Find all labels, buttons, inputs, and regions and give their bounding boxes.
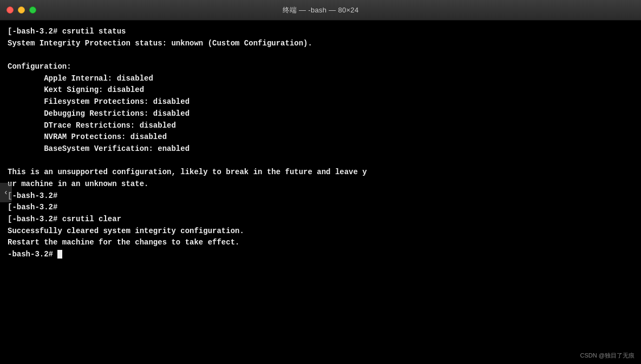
- minimize-button[interactable]: [18, 6, 25, 14]
- window-controls[interactable]: [6, 6, 36, 14]
- maximize-button[interactable]: [29, 6, 36, 14]
- terminal-output: [-bash-3.2# csrutil status System Integr…: [8, 26, 633, 261]
- close-button[interactable]: [6, 6, 14, 14]
- arrow-icon: ‹: [4, 188, 8, 197]
- title-bar: 终端 — -bash — 80×24: [0, 0, 641, 21]
- terminal-body[interactable]: ‹ [-bash-3.2# csrutil status System Inte…: [0, 21, 641, 364]
- window-title: 终端 — -bash — 80×24: [283, 5, 359, 15]
- sidebar-arrow[interactable]: ‹: [0, 183, 12, 202]
- watermark: CSDN @独目了无痕: [580, 352, 635, 360]
